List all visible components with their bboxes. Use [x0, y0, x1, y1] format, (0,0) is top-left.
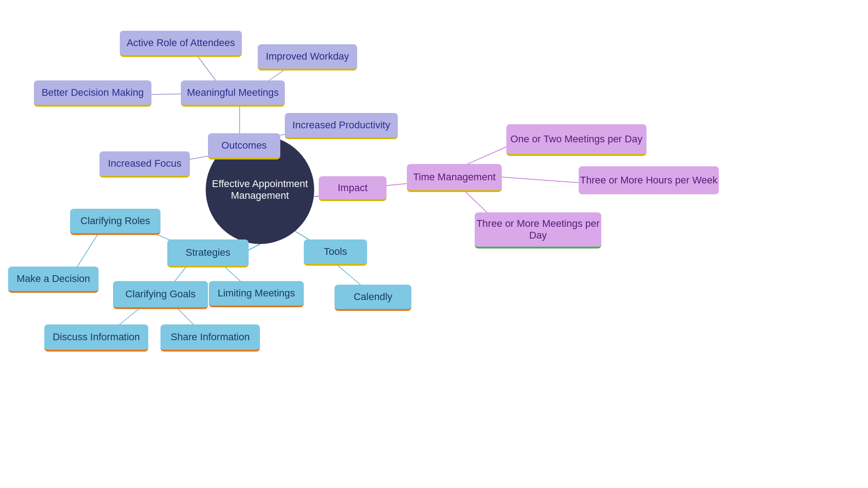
one-two-meetings-label: One or Two Meetings per Day	[510, 133, 642, 145]
limiting-meetings-label: Limiting Meetings	[217, 287, 295, 299]
calendly-node[interactable]: Calendly	[335, 285, 411, 311]
limiting-meetings-node[interactable]: Limiting Meetings	[209, 281, 304, 307]
increased-productivity-node[interactable]: Increased Productivity	[285, 113, 398, 139]
share-information-node[interactable]: Share Information	[160, 324, 260, 352]
impact-label: Impact	[338, 182, 368, 194]
meaningful-meetings-label: Meaningful Meetings	[187, 87, 278, 99]
strategies-node[interactable]: Strategies	[167, 239, 249, 267]
make-decision-label: Make a Decision	[17, 273, 90, 285]
increased-focus-node[interactable]: Increased Focus	[99, 151, 190, 178]
discuss-information-label: Discuss Information	[52, 331, 140, 343]
outcomes-node[interactable]: Outcomes	[208, 133, 280, 160]
meaningful-meetings-node[interactable]: Meaningful Meetings	[181, 80, 285, 107]
tools-label: Tools	[324, 246, 347, 258]
better-decision-making-node[interactable]: Better Decision Making	[34, 80, 151, 107]
improved-workday-label: Improved Workday	[266, 51, 349, 62]
discuss-information-node[interactable]: Discuss Information	[44, 324, 148, 352]
three-hours-node[interactable]: Three or More Hours per Week	[579, 166, 719, 194]
tools-node[interactable]: Tools	[304, 239, 367, 266]
svg-line-12	[491, 176, 583, 183]
strategies-label: Strategies	[185, 247, 230, 258]
share-information-label: Share Information	[171, 331, 250, 343]
one-two-meetings-node[interactable]: One or Two Meetings per Day	[506, 124, 646, 156]
three-hours-label: Three or More Hours per Week	[580, 174, 717, 186]
clarifying-roles-label: Clarifying Roles	[80, 215, 150, 227]
better-decision-making-label: Better Decision Making	[42, 87, 144, 99]
time-management-label: Time Management	[413, 171, 496, 183]
active-role-label: Active Role of Attendees	[127, 37, 235, 49]
clarifying-goals-node[interactable]: Clarifying Goals	[113, 281, 208, 309]
three-meetings-label: Three or More Meetings per Day	[475, 218, 601, 241]
outcomes-label: Outcomes	[222, 140, 267, 151]
increased-productivity-label: Increased Productivity	[292, 119, 390, 131]
clarifying-roles-node[interactable]: Clarifying Roles	[70, 209, 160, 235]
center-label: Effective Appointment Management	[212, 178, 308, 202]
three-meetings-node[interactable]: Three or More Meetings per Day	[475, 212, 601, 249]
calendly-label: Calendly	[354, 291, 392, 303]
increased-focus-label: Increased Focus	[108, 158, 182, 169]
impact-node[interactable]: Impact	[319, 176, 387, 201]
active-role-node[interactable]: Active Role of Attendees	[120, 31, 242, 57]
make-decision-node[interactable]: Make a Decision	[8, 267, 99, 293]
clarifying-goals-label: Clarifying Goals	[125, 288, 195, 300]
improved-workday-node[interactable]: Improved Workday	[258, 44, 357, 70]
time-management-node[interactable]: Time Management	[407, 164, 502, 192]
